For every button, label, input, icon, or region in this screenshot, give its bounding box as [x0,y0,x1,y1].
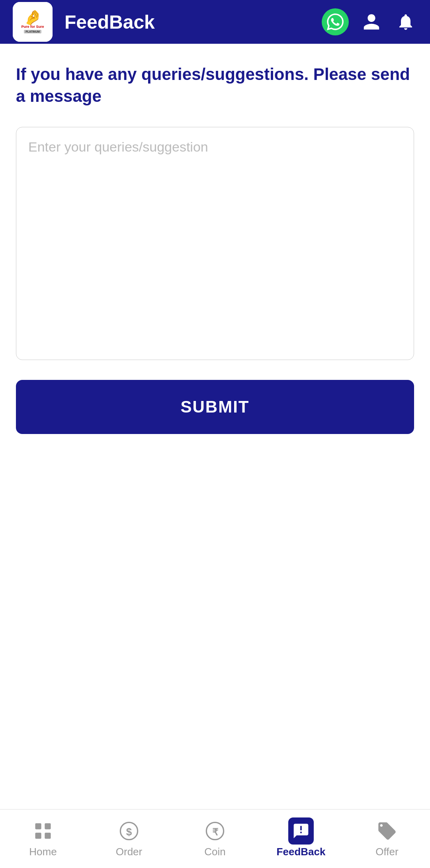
page-title: FeedBack [64,11,322,33]
whatsapp-button[interactable] [322,8,349,35]
home-icon [31,819,55,843]
offer-icon [375,819,399,843]
coin-icon: ₹ [203,819,227,843]
nav-label-offer: Offer [375,846,398,858]
logo-hand-icon: 🤌 [24,10,42,25]
nav-label-order: Order [116,846,142,858]
logo-badge: PLATINUM [24,30,41,33]
nav-label-coin: Coin [204,846,225,858]
page-description: If you have any queries/suggestions. Ple… [16,64,414,107]
svg-rect-0 [35,823,41,829]
profile-button[interactable] [360,10,383,33]
svg-rect-1 [45,823,51,829]
nav-item-order[interactable]: $ Order [86,814,172,864]
logo-text-top: Pure for Sure [21,25,44,29]
feedback-textarea-container [16,127,414,360]
app-logo[interactable]: 🤌 Pure for Sure PLATINUM [13,2,53,42]
feedback-icon [289,819,313,843]
nav-item-home[interactable]: Home [0,814,86,864]
header-actions [322,8,417,35]
app-header: 🤌 Pure for Sure PLATINUM FeedBack [0,0,430,44]
main-content: If you have any queries/suggestions. Ple… [0,44,430,434]
nav-label-home: Home [29,846,57,858]
bottom-navigation: Home $ Order ₹ Coin FeedBack [0,809,430,868]
order-icon: $ [117,819,141,843]
feedback-input[interactable] [20,131,410,354]
nav-label-feedback: FeedBack [277,846,326,858]
nav-item-feedback[interactable]: FeedBack [258,814,344,864]
svg-text:$: $ [126,826,132,838]
notification-button[interactable] [394,10,417,33]
svg-rect-3 [45,833,51,839]
submit-button[interactable]: SUBMIT [16,380,414,434]
svg-text:₹: ₹ [212,827,219,837]
nav-item-offer[interactable]: Offer [344,814,430,864]
nav-item-coin[interactable]: ₹ Coin [172,814,258,864]
svg-rect-2 [35,833,41,839]
